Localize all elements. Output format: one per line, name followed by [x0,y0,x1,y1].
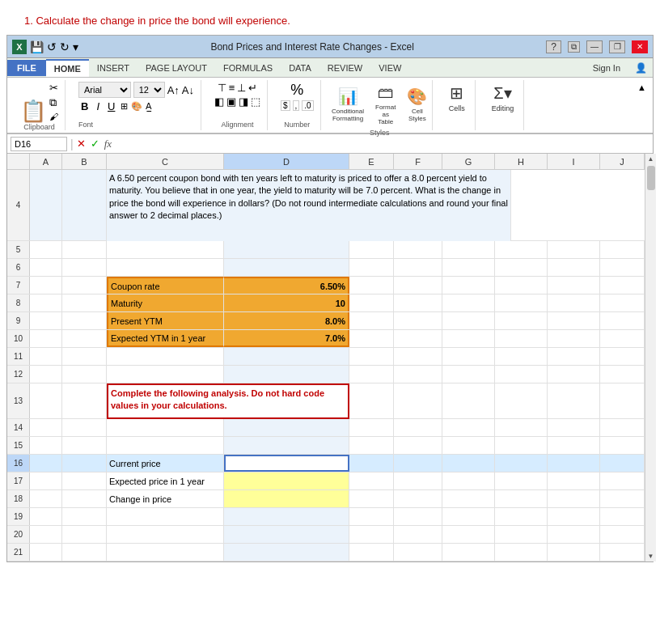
align-bottom-icon[interactable]: ⊥ [237,82,246,94]
cell-e21[interactable] [349,544,394,561]
cell-i17[interactable] [548,472,600,489]
redo-icon[interactable]: ↻ [60,40,70,53]
cell-c17[interactable]: Expected price in 1 year [107,472,224,489]
cell-j5[interactable] [600,241,645,258]
cell-h11[interactable] [495,348,548,365]
cell-c4[interactable]: A 6.50 percent coupon bond with ten year… [107,170,511,241]
underline-button[interactable]: U [105,100,117,112]
cell-g6[interactable] [442,259,495,276]
cell-b5[interactable] [62,241,107,258]
cell-i21[interactable] [548,544,600,561]
align-center-icon[interactable]: ▣ [226,95,236,108]
cell-d19[interactable] [224,508,349,525]
scroll-thumb[interactable] [647,166,655,190]
cell-d11[interactable] [224,348,349,365]
tab-file[interactable]: FILE [7,60,46,76]
tab-page-layout[interactable]: PAGE LAYOUT [138,60,215,76]
cell-e18[interactable] [349,490,394,507]
cell-h9[interactable] [495,312,548,329]
cell-e6[interactable] [349,259,394,276]
cell-d10[interactable]: 7.0% [224,330,349,347]
cell-a11[interactable] [30,348,62,365]
cell-d9[interactable]: 8.0% [224,312,349,329]
cell-d5[interactable] [224,241,349,258]
cell-i15[interactable] [548,437,600,454]
cell-a20[interactable] [30,526,62,543]
cell-j14[interactable] [600,419,645,436]
cell-h21[interactable] [495,544,548,561]
cell-c18[interactable]: Change in price [107,490,224,507]
cell-e14[interactable] [349,419,394,436]
cell-e17[interactable] [349,472,394,489]
cell-a4[interactable] [30,170,62,240]
save-icon[interactable]: 💾 [30,40,44,53]
cell-g17[interactable] [442,472,495,489]
cell-a15[interactable] [30,437,62,454]
cell-i8[interactable] [548,294,600,311]
tab-data[interactable]: DATA [281,60,319,76]
cell-j6[interactable] [600,259,645,276]
cell-a8[interactable] [30,294,62,311]
decrease-font-icon[interactable]: A↓ [182,84,194,96]
increase-decimal-icon[interactable]: .0 [302,100,313,111]
cell-i5[interactable] [548,241,600,258]
cell-h18[interactable] [495,490,548,507]
cell-e10[interactable] [349,330,394,347]
cell-b15[interactable] [62,437,107,454]
cell-h12[interactable] [495,366,548,383]
percent-icon[interactable]: % [290,82,303,99]
insert-cells-button[interactable]: ⊞ Cells [446,82,468,114]
accounting-icon[interactable]: $ [281,100,290,111]
cell-f15[interactable] [394,437,442,454]
copy-icon[interactable]: ⧉ [49,96,58,109]
merge-cells-icon[interactable]: ⬚ [251,95,260,108]
cell-e7[interactable] [349,277,394,294]
cell-i19[interactable] [548,508,600,525]
cell-e20[interactable] [349,526,394,543]
cell-h16[interactable] [495,455,548,472]
cell-i20[interactable] [548,526,600,543]
cell-f14[interactable] [394,419,442,436]
increase-font-icon[interactable]: A↑ [167,84,180,96]
cell-i7[interactable] [548,277,600,294]
cell-b14[interactable] [62,419,107,436]
cell-a9[interactable] [30,312,62,329]
formula-cancel-icon[interactable]: ✕ [77,138,86,150]
cell-b9[interactable] [62,312,107,329]
cell-i11[interactable] [548,348,600,365]
formula-confirm-icon[interactable]: ✓ [91,138,99,150]
cell-d16[interactable] [224,455,349,472]
cell-c9[interactable]: Present YTM [107,312,224,329]
cell-a14[interactable] [30,419,62,436]
conditional-formatting-button[interactable]: 📊 Conditional Formatting [328,85,367,124]
format-painter-icon[interactable]: 🖌 [49,112,58,121]
editing-button[interactable]: Σ▾ Editing [489,82,518,114]
restore-button[interactable]: ❐ [609,40,625,53]
cell-f10[interactable] [394,330,442,347]
cell-j13[interactable] [600,383,645,418]
cell-c10[interactable]: Expected YTM in 1 year [107,330,224,347]
cell-b21[interactable] [62,544,107,561]
cell-j7[interactable] [600,277,645,294]
cell-j21[interactable] [600,544,645,561]
cell-c12[interactable] [107,366,224,383]
cell-d17[interactable] [224,472,349,489]
cell-d14[interactable] [224,419,349,436]
cell-b13[interactable] [62,383,107,418]
cell-a18[interactable] [30,490,62,507]
cell-f5[interactable] [394,241,442,258]
cell-c21[interactable] [107,544,224,561]
cell-i9[interactable] [548,312,600,329]
font-family-select[interactable]: Arial [78,82,131,98]
formula-input[interactable] [115,139,649,149]
cell-a12[interactable] [30,366,62,383]
cell-d12[interactable] [224,366,349,383]
scroll-up-button[interactable]: ▲ [646,154,656,164]
cell-e11[interactable] [349,348,394,365]
cell-g14[interactable] [442,419,495,436]
cell-e13[interactable] [349,383,394,418]
cell-b17[interactable] [62,472,107,489]
cell-f8[interactable] [394,294,442,311]
cell-b11[interactable] [62,348,107,365]
cell-d8[interactable]: 10 [224,294,349,311]
